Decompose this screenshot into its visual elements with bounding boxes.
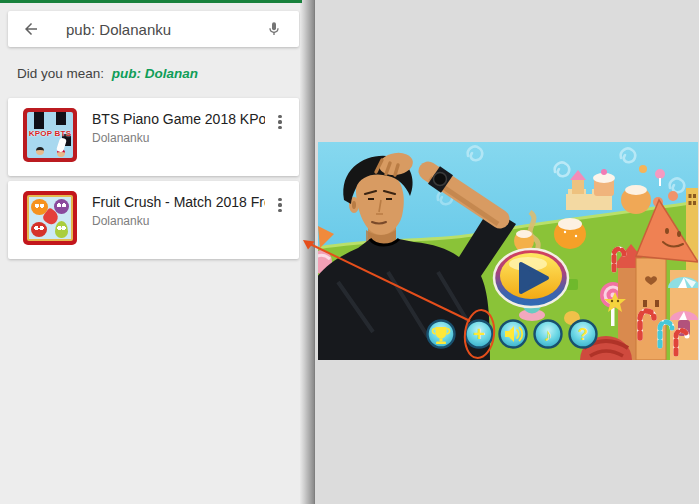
app-title[interactable]: BTS Piano Game 2018 KPop [92, 111, 265, 127]
fruit-crush-app-icon [23, 191, 77, 245]
pear-fruit [55, 221, 68, 238]
app-title[interactable]: Fruit Crush - Match 2018 Free.. [92, 194, 265, 210]
search-bar[interactable]: pub: Dolananku [8, 11, 299, 47]
fruit-icon-art [27, 195, 73, 241]
speaker-icon [500, 321, 527, 348]
app-developer[interactable]: Dolananku [92, 214, 265, 228]
microphone-icon [266, 20, 282, 38]
music-note-icon: ♪ [535, 321, 562, 348]
screenshot-panel: + ♪ ? [314, 0, 699, 504]
did-you-mean-row: Did you mean: pub: Dolanan [17, 66, 198, 81]
back-button[interactable] [18, 16, 44, 42]
play-button-icon [494, 249, 568, 307]
overflow-menu-button[interactable] [271, 110, 289, 134]
result-text-block: BTS Piano Game 2018 KPop Dolananku [92, 111, 265, 145]
result-card-bts-piano[interactable]: KPOP BTS BTS Piano Game 2018 KPop Dolana… [8, 98, 299, 176]
search-input[interactable]: pub: Dolananku [66, 21, 261, 38]
piano-tile [34, 112, 44, 129]
game-title-screenshot[interactable]: + ♪ ? [318, 142, 698, 360]
bts-icon-art: KPOP BTS [27, 112, 73, 158]
result-card-fruit-crush[interactable]: Fruit Crush - Match 2018 Free.. Dolanank… [8, 181, 299, 259]
piano-tile [56, 112, 66, 125]
trophy-icon [428, 321, 455, 348]
screen: pub: Dolananku Did you mean: pub: Dolana… [0, 0, 699, 504]
did-you-mean-link[interactable]: pub: Dolanan [112, 66, 198, 81]
app-developer[interactable]: Dolananku [92, 131, 265, 145]
svg-text:?: ? [578, 325, 588, 344]
plus-icon: + [466, 321, 493, 348]
arrow-left-icon [22, 20, 40, 38]
result-text-block: Fruit Crush - Match 2018 Free.. Dolanank… [92, 194, 265, 228]
status-bar-accent [0, 0, 302, 3]
svg-text:+: + [473, 322, 485, 345]
help-icon: ? [570, 321, 597, 348]
apple-fruit [31, 222, 47, 237]
bts-icon-text: KPOP BTS [27, 129, 73, 138]
search-results-panel: pub: Dolananku Did you mean: pub: Dolana… [0, 0, 300, 504]
mic-button[interactable] [261, 16, 287, 42]
bts-piano-app-icon: KPOP BTS [23, 108, 77, 162]
watch-face [434, 173, 447, 186]
svg-text:♪: ♪ [544, 325, 553, 345]
bts-character [36, 147, 44, 155]
overflow-menu-button[interactable] [271, 193, 289, 217]
scrollbar[interactable] [300, 0, 315, 504]
did-you-mean-label: Did you mean: [17, 66, 104, 81]
